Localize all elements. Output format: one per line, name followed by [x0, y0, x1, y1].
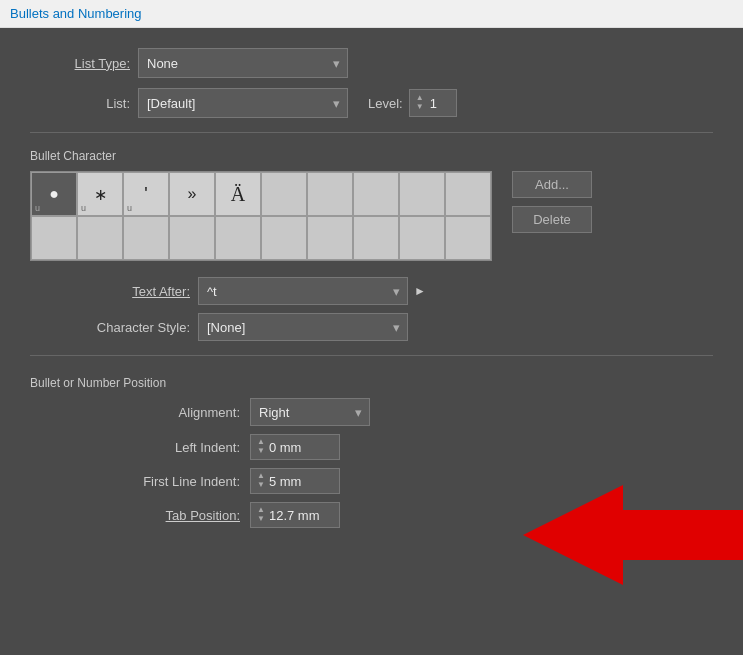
divider-2	[30, 355, 713, 356]
alignment-label: Alignment:	[110, 405, 240, 420]
tab-position-arrows[interactable]: ▲ ▼	[257, 506, 265, 524]
bullet-cell-1[interactable]: ∗ u	[77, 172, 123, 216]
level-spinner-arrows[interactable]: ▲ ▼	[416, 94, 424, 112]
divider-1	[30, 132, 713, 133]
bullet-char-3: »	[188, 185, 197, 203]
list-select[interactable]: [Default]	[138, 88, 348, 118]
bullet-cell-19[interactable]	[445, 216, 491, 260]
left-indent-label: Left Indent:	[110, 440, 240, 455]
list-label: List:	[30, 96, 130, 111]
add-button[interactable]: Add...	[512, 171, 592, 198]
left-indent-spinner[interactable]: ▲ ▼ 0 mm	[250, 434, 340, 460]
bullet-char-0: ●	[49, 185, 59, 203]
tab-position-down[interactable]: ▼	[257, 515, 265, 524]
level-box: Level: ▲ ▼ 1	[368, 89, 457, 117]
character-style-label: Character Style:	[60, 320, 190, 335]
main-content: List Type: None List: [Default] Level: ▲…	[0, 28, 743, 556]
first-line-indent-row: First Line Indent: ▲ ▼ 5 mm	[110, 468, 713, 494]
level-label: Level:	[368, 96, 403, 111]
first-line-indent-spinner[interactable]: ▲ ▼ 5 mm	[250, 468, 340, 494]
level-value: 1	[430, 96, 450, 111]
bullet-cell-16[interactable]	[307, 216, 353, 260]
first-line-indent-value: 5 mm	[269, 474, 302, 489]
delete-button[interactable]: Delete	[512, 206, 592, 233]
alignment-select[interactable]: Right Left Center	[250, 398, 370, 426]
bullet-cell-3[interactable]: »	[169, 172, 215, 216]
bullet-cell-17[interactable]	[353, 216, 399, 260]
bullet-cell-6[interactable]	[307, 172, 353, 216]
bullet-cell-5[interactable]	[261, 172, 307, 216]
first-line-indent-down[interactable]: ▼	[257, 481, 265, 490]
bullet-cell-12[interactable]	[123, 216, 169, 260]
bullet-sub-0: u	[35, 203, 40, 213]
bullet-cell-9[interactable]	[445, 172, 491, 216]
grid-buttons: Add... Delete	[512, 171, 592, 233]
text-after-label: Text After:	[60, 284, 190, 299]
left-indent-down[interactable]: ▼	[257, 447, 265, 456]
bullet-cell-10[interactable]	[31, 216, 77, 260]
left-indent-row: Left Indent: ▲ ▼ 0 mm	[110, 434, 713, 460]
bullet-cell-11[interactable]	[77, 216, 123, 260]
list-type-row: List Type: None	[30, 48, 713, 78]
character-style-select[interactable]: [None]	[198, 313, 408, 341]
character-style-select-wrapper[interactable]: [None]	[198, 313, 408, 341]
bullet-cell-15[interactable]	[261, 216, 307, 260]
dialog-title: Bullets and Numbering	[10, 6, 142, 21]
bullet-character-section-label: Bullet Character	[30, 149, 713, 163]
bullet-cell-7[interactable]	[353, 172, 399, 216]
bullet-char-4: Ä	[231, 183, 245, 206]
text-after-row: Text After: ^t ►	[60, 277, 713, 305]
first-line-indent-label: First Line Indent:	[110, 474, 240, 489]
level-spinner[interactable]: ▲ ▼ 1	[409, 89, 457, 117]
text-after-select-wrapper[interactable]: ^t	[198, 277, 408, 305]
list-type-select[interactable]: None	[138, 48, 348, 78]
title-bar: Bullets and Numbering	[0, 0, 743, 28]
tab-position-row: Tab Position: ▲ ▼ 12.7 mm	[110, 502, 713, 528]
bullet-character-grid[interactable]: ● u ∗ u ' u » Ä	[30, 171, 492, 261]
bullet-char-1: ∗	[94, 185, 107, 204]
bullet-cell-18[interactable]	[399, 216, 445, 260]
position-section: Bullet or Number Position Alignment: Rig…	[30, 376, 713, 528]
position-section-label: Bullet or Number Position	[30, 376, 713, 390]
list-select-wrapper[interactable]: [Default]	[138, 88, 348, 118]
bullet-sub-2: u	[127, 203, 132, 213]
bullet-cell-13[interactable]	[169, 216, 215, 260]
text-after-select[interactable]: ^t	[198, 277, 408, 305]
list-type-select-wrapper[interactable]: None	[138, 48, 348, 78]
left-indent-value: 0 mm	[269, 440, 302, 455]
bullet-cell-14[interactable]	[215, 216, 261, 260]
text-after-arrow-icon[interactable]: ►	[414, 284, 426, 298]
bullet-cell-2[interactable]: ' u	[123, 172, 169, 216]
tab-position-value: 12.7 mm	[269, 508, 320, 523]
list-row: List: [Default] Level: ▲ ▼ 1	[30, 88, 713, 118]
tab-position-spinner[interactable]: ▲ ▼ 12.7 mm	[250, 502, 340, 528]
first-line-indent-arrows[interactable]: ▲ ▼	[257, 472, 265, 490]
bullet-char-2: '	[144, 184, 147, 205]
alignment-select-wrapper[interactable]: Right Left Center	[250, 398, 370, 426]
list-type-label: List Type:	[30, 56, 130, 71]
alignment-row: Alignment: Right Left Center	[110, 398, 713, 426]
bullet-cell-0[interactable]: ● u	[31, 172, 77, 216]
bullet-grid-container: ● u ∗ u ' u » Ä	[30, 171, 713, 261]
bullet-cell-4[interactable]: Ä	[215, 172, 261, 216]
level-down-arrow[interactable]: ▼	[416, 103, 424, 112]
tab-position-label: Tab Position:	[110, 508, 240, 523]
bullet-sub-1: u	[81, 203, 86, 213]
character-style-row: Character Style: [None]	[60, 313, 713, 341]
left-indent-arrows[interactable]: ▲ ▼	[257, 438, 265, 456]
bullet-cell-8[interactable]	[399, 172, 445, 216]
